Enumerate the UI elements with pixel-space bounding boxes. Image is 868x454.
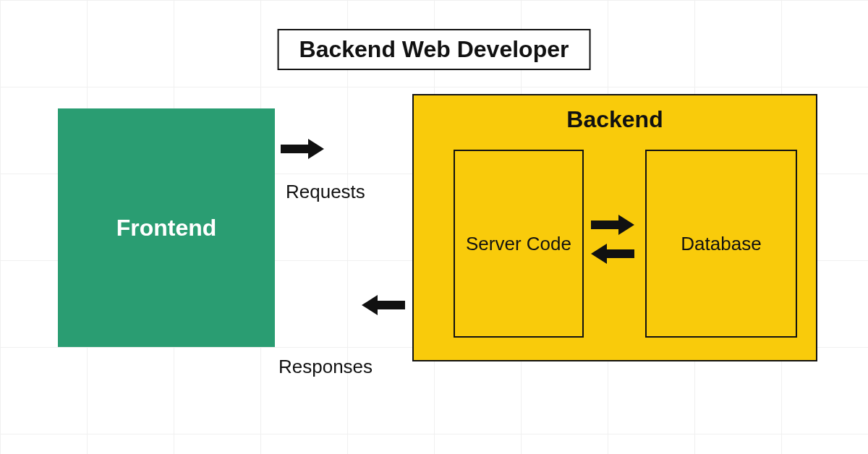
frontend-label: Frontend: [116, 215, 217, 241]
requests-label: Requests: [286, 181, 365, 203]
frontend-box: Frontend: [58, 108, 275, 347]
server-code-box: Server Code: [454, 150, 584, 338]
database-label: Database: [681, 233, 761, 255]
arrow-left-icon: [591, 244, 634, 264]
diagram-title: Backend Web Developer: [278, 29, 591, 70]
arrow-left-icon: [362, 295, 405, 315]
backend-label: Backend: [414, 106, 816, 133]
diagram-title-text: Backend Web Developer: [299, 36, 569, 62]
server-code-label: Server Code: [466, 232, 571, 256]
arrow-right-icon: [281, 139, 324, 159]
responses-label: Responses: [278, 356, 373, 378]
diagram: Backend Web Developer Frontend Backend S…: [0, 0, 868, 454]
backend-box: Backend Server Code Database: [412, 94, 817, 361]
arrow-right-icon: [591, 215, 634, 235]
database-box: Database: [645, 150, 797, 338]
